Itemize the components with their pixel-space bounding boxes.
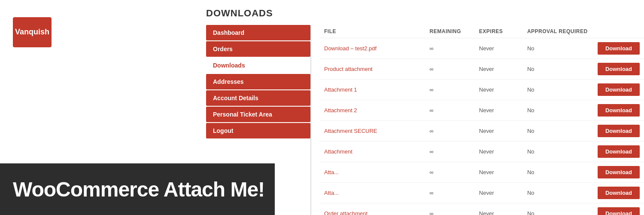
sidebar-item-addresses[interactable]: Addresses xyxy=(206,74,310,89)
cell-action: Download xyxy=(593,121,644,141)
download-button[interactable]: Download xyxy=(598,63,640,75)
table-row: Product attachment ∞ Never No Download xyxy=(320,59,644,80)
page-title: DOWNLOADS xyxy=(206,0,644,25)
download-button[interactable]: Download xyxy=(598,187,640,199)
table-row: Atta... ∞ Never No Download xyxy=(320,183,644,203)
cell-action: Download xyxy=(593,203,644,215)
cell-expires: Never xyxy=(475,183,523,203)
cell-approval: No xyxy=(523,100,593,121)
col-header-action xyxy=(593,25,644,38)
cell-remaining: ∞ xyxy=(425,80,475,100)
cell-file: Product attachment xyxy=(320,59,425,80)
cell-approval: No xyxy=(523,80,593,100)
cell-remaining: ∞ xyxy=(425,203,475,215)
cell-remaining: ∞ xyxy=(425,141,475,162)
cell-expires: Never xyxy=(475,203,523,215)
download-button[interactable]: Download xyxy=(598,145,640,158)
cell-action: Download xyxy=(593,100,644,121)
download-button[interactable]: Download xyxy=(598,207,640,215)
cell-remaining: ∞ xyxy=(425,59,475,80)
cell-expires: Never xyxy=(475,121,523,141)
download-button[interactable]: Download xyxy=(598,125,640,137)
cell-remaining: ∞ xyxy=(425,183,475,203)
cell-approval: No xyxy=(523,59,593,80)
sidebar-item-account-details[interactable]: Account Details xyxy=(206,90,310,106)
table-row: Order attachment ∞ Never No Download xyxy=(320,203,644,215)
cell-expires: Never xyxy=(475,100,523,121)
cell-expires: Never xyxy=(475,162,523,183)
table-header-row: FILE REMAINING EXPIRES APPROVAL REQUIRED xyxy=(320,25,644,38)
cell-remaining: ∞ xyxy=(425,38,475,59)
cell-file: Attachment xyxy=(320,141,425,162)
table-row: Attachment 2 ∞ Never No Download xyxy=(320,100,644,121)
col-header-approval: APPROVAL REQUIRED xyxy=(523,25,593,38)
cell-expires: Never xyxy=(475,80,523,100)
cell-action: Download xyxy=(593,38,644,59)
cell-file: Download – test2.pdf xyxy=(320,38,425,59)
sidebar-item-logout[interactable]: Logout xyxy=(206,123,310,138)
table-row: Attachment ∞ Never No Download xyxy=(320,141,644,162)
cell-approval: No xyxy=(523,162,593,183)
downloads-table-area: FILE REMAINING EXPIRES APPROVAL REQUIRED… xyxy=(311,25,644,215)
cell-file: Atta... xyxy=(320,162,425,183)
cell-file: Atta... xyxy=(320,183,425,203)
sidebar-item-dashboard[interactable]: Dashboard xyxy=(206,25,310,40)
col-header-file: FILE xyxy=(320,25,425,38)
download-button[interactable]: Download xyxy=(598,42,640,55)
cell-remaining: ∞ xyxy=(425,100,475,121)
cell-expires: Never xyxy=(475,141,523,162)
cell-expires: Never xyxy=(475,38,523,59)
download-button[interactable]: Download xyxy=(598,83,640,96)
download-button[interactable]: Download xyxy=(598,104,640,117)
cell-action: Download xyxy=(593,59,644,80)
cell-action: Download xyxy=(593,162,644,183)
cell-approval: No xyxy=(523,203,593,215)
cell-action: Download xyxy=(593,80,644,100)
cell-action: Download xyxy=(593,141,644,162)
col-header-expires: EXPIRES xyxy=(475,25,523,38)
cell-approval: No xyxy=(523,121,593,141)
cell-remaining: ∞ xyxy=(425,121,475,141)
downloads-table: FILE REMAINING EXPIRES APPROVAL REQUIRED… xyxy=(320,25,644,215)
cell-approval: No xyxy=(523,38,593,59)
col-header-remaining: REMAINING xyxy=(425,25,475,38)
sidebar-item-downloads[interactable]: Downloads xyxy=(206,58,310,73)
sidebar-item-orders[interactable]: Orders xyxy=(206,41,310,57)
cell-remaining: ∞ xyxy=(425,162,475,183)
cell-approval: No xyxy=(523,183,593,203)
cell-file: Attachment SECURE xyxy=(320,121,425,141)
download-button[interactable]: Download xyxy=(598,166,640,178)
cell-expires: Never xyxy=(475,59,523,80)
cell-file: Order attachment xyxy=(320,203,425,215)
table-row: Atta... ∞ Never No Download xyxy=(320,162,644,183)
sidebar-item-personal-ticket-area[interactable]: Personal Ticket Area xyxy=(206,107,310,122)
table-row: Attachment 1 ∞ Never No Download xyxy=(320,80,644,100)
cell-action: Download xyxy=(593,183,644,203)
cell-file: Attachment 2 xyxy=(320,100,425,121)
cell-approval: No xyxy=(523,141,593,162)
bottom-banner: WooCommerce Attach Me! xyxy=(0,163,275,215)
logo-area: Vanquish xyxy=(13,17,52,47)
table-row: Attachment SECURE ∞ Never No Download xyxy=(320,121,644,141)
logo-box[interactable]: Vanquish xyxy=(13,17,52,47)
banner-text: WooCommerce Attach Me! xyxy=(13,178,264,201)
cell-file: Attachment 1 xyxy=(320,80,425,100)
logo-text: Vanquish xyxy=(15,28,49,37)
table-row: Download – test2.pdf ∞ Never No Download xyxy=(320,38,644,59)
